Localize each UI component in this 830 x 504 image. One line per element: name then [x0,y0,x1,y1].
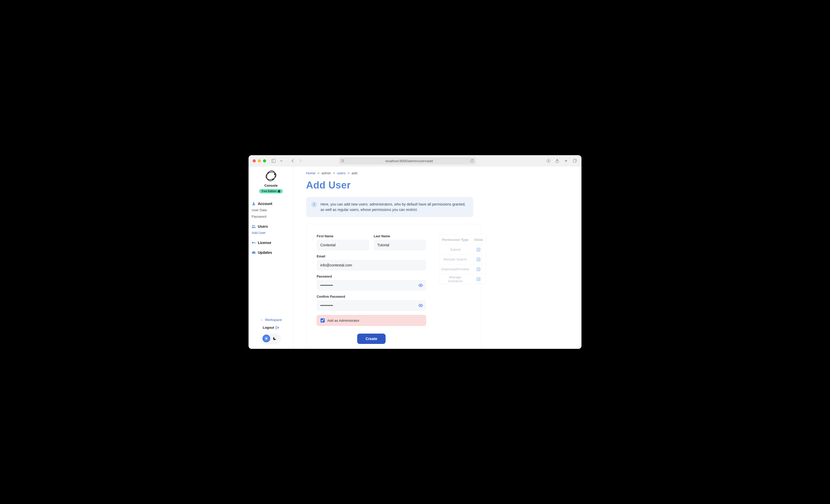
sidebar-toggle-icon[interactable] [271,158,277,164]
last-name-input[interactable] [374,240,426,250]
create-button[interactable]: Create [357,334,386,344]
downloads-icon[interactable] [546,158,551,163]
first-name-label: First Name [317,234,369,238]
logout-icon [276,326,279,329]
breadcrumb-admin: admin [321,171,331,175]
nav-label: Account [258,202,272,206]
theme-toggle[interactable] [262,334,280,343]
svg-line-28 [267,337,268,338]
page-title: Add User [306,180,569,191]
minimize-window-button[interactable] [258,159,261,162]
chrome-right-icons [546,158,577,163]
add-as-admin-box[interactable]: Add as Administrator [317,315,426,326]
svg-point-15 [252,225,254,226]
nav-label: Users [258,224,268,228]
breadcrumb-add: add [352,171,357,175]
page-content: Console Free Edition i Account User Data… [249,166,581,349]
sidebar-item-user-data[interactable]: User Data [251,207,291,213]
svg-point-20 [265,338,267,340]
reload-icon[interactable] [470,159,474,163]
add-user-form: First Name Last Name Email Passwor [306,224,482,349]
info-icon: i [311,202,317,207]
breadcrumb-users[interactable]: users [337,171,346,175]
back-button[interactable] [290,158,295,164]
breadcrumb-home[interactable]: Home [306,171,315,175]
logout-link[interactable]: Logout [263,325,279,329]
nav-section-users: Users Add User [251,223,291,236]
confirm-password-label: Confirm Password [317,295,426,298]
svg-point-16 [254,225,255,226]
show-confirm-password-icon[interactable] [418,304,423,307]
show-password-icon[interactable] [418,284,423,287]
sidebar-item-users[interactable]: Users [251,223,291,229]
nav-section-account: Account User Data Password [251,200,291,220]
email-input[interactable] [317,260,426,271]
workspace-link[interactable]: ← Workspace [260,318,282,322]
cloud-icon [252,250,256,255]
permission-checkbox[interactable]: ✓ [476,267,481,271]
close-window-button[interactable] [253,159,256,162]
nav-label: License [258,241,271,245]
permissions-header-row: Permission Type Allow [439,235,486,245]
sidebar: Console Free Edition i Account User Data… [249,166,294,349]
confirm-password-input[interactable] [317,300,426,311]
permission-row: Remote Search ✓ [439,254,486,264]
add-as-admin-checkbox[interactable] [321,318,325,322]
nav-section-license: License [251,240,291,246]
form-fields: First Name Last Name Email Passwor [317,234,426,344]
svg-rect-8 [573,160,576,162]
nav-label: Updates [258,250,272,255]
sidebar-item-password[interactable]: Password [251,213,291,220]
breadcrumb-sep: > [333,171,335,175]
last-name-label: Last Name [374,234,426,238]
breadcrumb-sep: > [347,171,349,175]
users-icon [252,224,256,228]
edition-label: Free Edition [262,190,277,193]
sidebar-item-account[interactable]: Account [251,200,291,207]
browser-chrome: localhost:8000/admin/users/add [249,155,581,166]
confirm-password-field-wrapper: Confirm Password [317,295,426,311]
svg-point-30 [420,305,421,306]
permission-label: Download/Preview [439,267,471,271]
sidebar-item-license[interactable]: License [251,240,291,246]
permission-checkbox[interactable]: ✓ [476,257,481,261]
password-field-wrapper: Password [317,275,426,291]
permissions-panel: Permission Type Allow Submit ✓ Remote Se… [439,234,486,344]
permission-label: Remote Search [439,257,471,261]
first-name-field-wrapper: First Name [317,234,369,250]
tabs-icon[interactable] [572,158,577,163]
info-text: Here, you can add new users: administrat… [321,202,468,213]
svg-rect-19 [255,243,255,244]
permission-label: Manage Scenarios [439,275,471,283]
permission-checkbox[interactable]: ✓ [476,248,481,252]
permission-checkbox[interactable]: ✓ [476,277,481,281]
edition-badge: Free Edition i [259,189,283,193]
sun-icon [262,335,270,342]
svg-point-9 [265,170,277,182]
permission-row: Submit ✓ [439,245,486,254]
logo-icon [265,170,277,182]
sidebar-item-updates[interactable]: Updates [251,249,291,256]
new-tab-icon[interactable] [564,158,569,163]
add-as-admin-label: Add as Administrator [327,319,359,322]
svg-rect-0 [272,159,276,163]
address-bar[interactable]: localhost:8000/admin/users/add [339,157,476,164]
workspace-label: Workspace [265,318,282,322]
moon-icon [270,337,280,340]
logo-title: Console [251,184,291,187]
maximize-window-button[interactable] [263,159,266,162]
password-label: Password [317,275,426,278]
user-icon [252,202,256,206]
forward-button[interactable] [297,158,303,164]
info-icon: i [278,190,280,193]
svg-line-26 [267,340,268,340]
first-name-input[interactable] [317,240,369,250]
permission-row: Manage Scenarios ✓ [439,274,486,284]
share-icon[interactable] [554,158,560,163]
svg-point-4 [342,160,343,161]
email-label: Email [317,255,426,258]
dropdown-chevron-icon[interactable] [279,158,284,164]
password-input[interactable] [317,280,426,291]
sidebar-item-add-user[interactable]: Add User [251,229,291,236]
breadcrumb-sep: > [317,171,320,175]
